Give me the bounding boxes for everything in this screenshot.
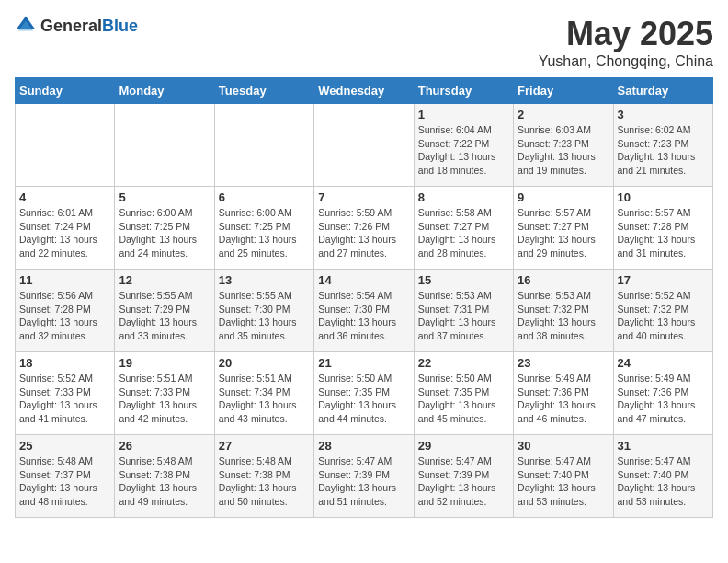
- day-number: 18: [19, 356, 110, 370]
- day-info: Sunrise: 5:48 AM Sunset: 7:38 PM Dayligh…: [119, 454, 210, 509]
- day-info: Sunrise: 6:00 AM Sunset: 7:25 PM Dayligh…: [219, 206, 310, 260]
- day-cell: [16, 104, 115, 187]
- day-number: 9: [518, 190, 609, 204]
- calendar-body: 1Sunrise: 6:04 AM Sunset: 7:22 PM Daylig…: [16, 104, 713, 518]
- day-cell: 29Sunrise: 5:47 AM Sunset: 7:39 PM Dayli…: [414, 435, 513, 518]
- day-number: 28: [318, 439, 409, 453]
- calendar-header: SundayMondayTuesdayWednesdayThursdayFrid…: [16, 78, 713, 104]
- day-number: 8: [418, 190, 509, 204]
- day-cell: 24Sunrise: 5:49 AM Sunset: 7:36 PM Dayli…: [613, 352, 712, 435]
- day-info: Sunrise: 5:49 AM Sunset: 7:36 PM Dayligh…: [518, 372, 609, 426]
- day-number: 13: [219, 273, 310, 287]
- main-title: May 2025: [539, 15, 713, 53]
- day-cell: 28Sunrise: 5:47 AM Sunset: 7:39 PM Dayli…: [314, 435, 414, 518]
- day-info: Sunrise: 5:51 AM Sunset: 7:33 PM Dayligh…: [119, 372, 210, 426]
- day-info: Sunrise: 5:47 AM Sunset: 7:39 PM Dayligh…: [418, 454, 509, 509]
- day-info: Sunrise: 5:53 AM Sunset: 7:32 PM Dayligh…: [518, 289, 609, 343]
- day-info: Sunrise: 5:52 AM Sunset: 7:32 PM Dayligh…: [618, 289, 709, 343]
- day-cell: 27Sunrise: 5:48 AM Sunset: 7:38 PM Dayli…: [214, 435, 313, 518]
- day-cell: 23Sunrise: 5:49 AM Sunset: 7:36 PM Dayli…: [514, 352, 613, 435]
- day-number: 27: [219, 439, 310, 453]
- day-info: Sunrise: 5:55 AM Sunset: 7:29 PM Dayligh…: [119, 289, 210, 343]
- header: GeneralBlue May 2025 Yushan, Chongqing, …: [15, 15, 713, 70]
- day-number: 29: [418, 439, 509, 453]
- day-info: Sunrise: 5:57 AM Sunset: 7:27 PM Dayligh…: [518, 206, 609, 260]
- day-info: Sunrise: 5:54 AM Sunset: 7:30 PM Dayligh…: [318, 289, 409, 343]
- day-cell: 2Sunrise: 6:03 AM Sunset: 7:23 PM Daylig…: [514, 104, 613, 187]
- day-cell: 16Sunrise: 5:53 AM Sunset: 7:32 PM Dayli…: [514, 270, 613, 352]
- header-cell-saturday: Saturday: [613, 78, 712, 104]
- logo-text-general: General: [40, 17, 102, 35]
- day-info: Sunrise: 6:00 AM Sunset: 7:25 PM Dayligh…: [119, 206, 210, 260]
- header-cell-tuesday: Tuesday: [214, 78, 313, 104]
- day-cell: 4Sunrise: 6:01 AM Sunset: 7:24 PM Daylig…: [16, 187, 115, 270]
- day-info: Sunrise: 5:48 AM Sunset: 7:37 PM Dayligh…: [19, 454, 110, 509]
- header-cell-wednesday: Wednesday: [314, 78, 414, 104]
- day-cell: 3Sunrise: 6:02 AM Sunset: 7:23 PM Daylig…: [613, 104, 712, 187]
- day-cell: 14Sunrise: 5:54 AM Sunset: 7:30 PM Dayli…: [314, 270, 414, 352]
- week-row-3: 11Sunrise: 5:56 AM Sunset: 7:28 PM Dayli…: [16, 270, 713, 352]
- day-number: 10: [618, 190, 709, 204]
- day-cell: 20Sunrise: 5:51 AM Sunset: 7:34 PM Dayli…: [214, 352, 313, 435]
- logo-icon: [15, 15, 37, 37]
- day-cell: 15Sunrise: 5:53 AM Sunset: 7:31 PM Dayli…: [414, 270, 513, 352]
- day-cell: 18Sunrise: 5:52 AM Sunset: 7:33 PM Dayli…: [16, 352, 115, 435]
- day-number: 21: [318, 356, 409, 370]
- week-row-5: 25Sunrise: 5:48 AM Sunset: 7:37 PM Dayli…: [16, 435, 713, 518]
- day-number: 5: [119, 190, 210, 204]
- day-cell: 26Sunrise: 5:48 AM Sunset: 7:38 PM Dayli…: [115, 435, 214, 518]
- day-cell: 6Sunrise: 6:00 AM Sunset: 7:25 PM Daylig…: [214, 187, 313, 270]
- day-cell: 7Sunrise: 5:59 AM Sunset: 7:26 PM Daylig…: [314, 187, 414, 270]
- header-cell-thursday: Thursday: [414, 78, 513, 104]
- day-cell: 17Sunrise: 5:52 AM Sunset: 7:32 PM Dayli…: [613, 270, 712, 352]
- day-info: Sunrise: 5:56 AM Sunset: 7:28 PM Dayligh…: [19, 289, 110, 343]
- day-info: Sunrise: 5:52 AM Sunset: 7:33 PM Dayligh…: [19, 372, 110, 426]
- day-cell: 11Sunrise: 5:56 AM Sunset: 7:28 PM Dayli…: [16, 270, 115, 352]
- week-row-1: 1Sunrise: 6:04 AM Sunset: 7:22 PM Daylig…: [16, 104, 713, 187]
- day-number: 11: [19, 273, 110, 287]
- title-area: May 2025 Yushan, Chongqing, China: [539, 15, 713, 70]
- day-number: 3: [618, 108, 709, 121]
- day-cell: 31Sunrise: 5:47 AM Sunset: 7:40 PM Dayli…: [613, 435, 712, 518]
- day-number: 2: [518, 108, 609, 121]
- day-number: 7: [318, 190, 409, 204]
- week-row-4: 18Sunrise: 5:52 AM Sunset: 7:33 PM Dayli…: [16, 352, 713, 435]
- day-info: Sunrise: 5:50 AM Sunset: 7:35 PM Dayligh…: [318, 372, 409, 426]
- day-info: Sunrise: 5:49 AM Sunset: 7:36 PM Dayligh…: [618, 372, 709, 426]
- header-row: SundayMondayTuesdayWednesdayThursdayFrid…: [16, 78, 713, 104]
- header-cell-sunday: Sunday: [16, 78, 115, 104]
- logo: GeneralBlue: [15, 15, 138, 37]
- day-number: 20: [219, 356, 310, 370]
- day-number: 6: [219, 190, 310, 204]
- day-info: Sunrise: 6:02 AM Sunset: 7:23 PM Dayligh…: [618, 123, 709, 178]
- day-cell: 30Sunrise: 5:47 AM Sunset: 7:40 PM Dayli…: [514, 435, 613, 518]
- day-cell: [314, 104, 414, 187]
- day-info: Sunrise: 5:47 AM Sunset: 7:40 PM Dayligh…: [518, 454, 609, 509]
- day-number: 23: [518, 356, 609, 370]
- day-number: 22: [418, 356, 509, 370]
- day-info: Sunrise: 5:58 AM Sunset: 7:27 PM Dayligh…: [418, 206, 509, 260]
- day-cell: [115, 104, 214, 187]
- day-number: 12: [119, 273, 210, 287]
- day-cell: 13Sunrise: 5:55 AM Sunset: 7:30 PM Dayli…: [214, 270, 313, 352]
- day-cell: 8Sunrise: 5:58 AM Sunset: 7:27 PM Daylig…: [414, 187, 513, 270]
- day-info: Sunrise: 5:47 AM Sunset: 7:39 PM Dayligh…: [318, 454, 409, 509]
- day-info: Sunrise: 5:55 AM Sunset: 7:30 PM Dayligh…: [219, 289, 310, 343]
- day-number: 1: [418, 108, 509, 121]
- day-cell: 5Sunrise: 6:00 AM Sunset: 7:25 PM Daylig…: [115, 187, 214, 270]
- week-row-2: 4Sunrise: 6:01 AM Sunset: 7:24 PM Daylig…: [16, 187, 713, 270]
- day-number: 4: [19, 190, 110, 204]
- day-cell: 25Sunrise: 5:48 AM Sunset: 7:37 PM Dayli…: [16, 435, 115, 518]
- day-info: Sunrise: 6:03 AM Sunset: 7:23 PM Dayligh…: [518, 123, 609, 178]
- day-number: 15: [418, 273, 509, 287]
- day-cell: 19Sunrise: 5:51 AM Sunset: 7:33 PM Dayli…: [115, 352, 214, 435]
- day-cell: [214, 104, 313, 187]
- header-cell-friday: Friday: [514, 78, 613, 104]
- day-number: 24: [618, 356, 709, 370]
- day-info: Sunrise: 5:48 AM Sunset: 7:38 PM Dayligh…: [219, 454, 310, 509]
- day-number: 31: [618, 439, 709, 453]
- day-cell: 9Sunrise: 5:57 AM Sunset: 7:27 PM Daylig…: [514, 187, 613, 270]
- day-number: 14: [318, 273, 409, 287]
- day-info: Sunrise: 5:50 AM Sunset: 7:35 PM Dayligh…: [418, 372, 509, 426]
- day-info: Sunrise: 5:47 AM Sunset: 7:40 PM Dayligh…: [618, 454, 709, 509]
